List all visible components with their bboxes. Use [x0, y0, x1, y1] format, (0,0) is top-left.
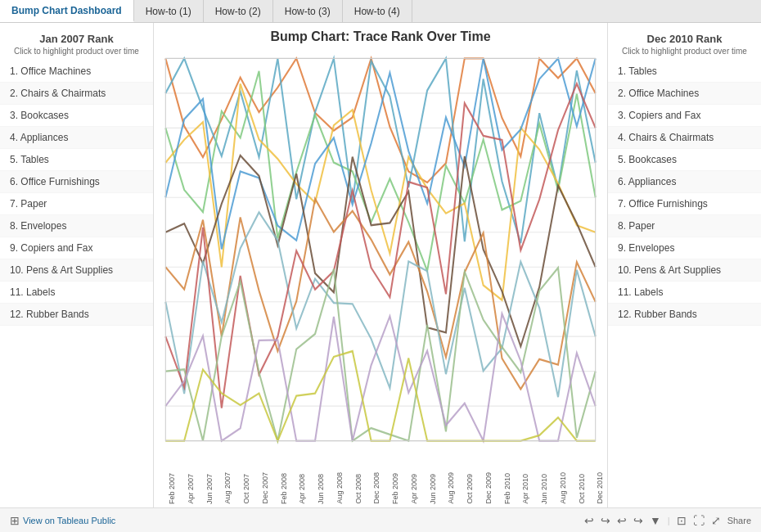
x-label-17: Dec 2009	[474, 472, 493, 504]
x-label-6: Feb 2008	[269, 473, 288, 504]
x-label-12: Feb 2009	[380, 473, 399, 504]
left-rank-item-5[interactable]: 5. Tables	[0, 149, 153, 171]
left-panel-subheader: Click to highlight product over time	[0, 47, 153, 61]
right-rank-item-3[interactable]: 3. Copiers and Fax	[608, 105, 761, 127]
right-panel-header: Dec 2010 Rank	[608, 29, 761, 47]
main-content: Jan 2007 Rank Click to highlight product…	[0, 23, 761, 507]
tableau-link[interactable]: View on Tableau Public	[23, 516, 115, 525]
bottom-right: ↩ ↪ ↩ ↪ ▼ | ⊡ ⛶ ⤢ Share	[584, 514, 751, 527]
x-label-16: Oct 2009	[455, 474, 474, 504]
right-rank-item-2[interactable]: 2. Office Machines	[608, 83, 761, 105]
x-label-1: Apr 2007	[176, 474, 195, 504]
right-rank-item-12[interactable]: 12. Rubber Bands	[608, 304, 761, 326]
tab-howto-4[interactable]: How-to (4)	[343, 0, 412, 22]
x-label-4: Oct 2007	[232, 474, 250, 504]
forward-icon[interactable]: ↪	[633, 514, 643, 527]
fullscreen-icon[interactable]: ⛶	[693, 514, 705, 527]
x-label-0: Feb 2007	[157, 473, 176, 504]
left-rank-item-2[interactable]: 2. Chairs & Chairmats	[0, 83, 153, 105]
left-rank-item-10[interactable]: 10. Pens & Art Supplies	[0, 259, 153, 282]
chart-container	[157, 49, 604, 450]
right-rank-item-6[interactable]: 6. Appliances	[608, 171, 761, 193]
x-label-2: Jun 2007	[195, 474, 214, 504]
left-rank-item-3[interactable]: 3. Bookcases	[0, 105, 153, 127]
right-rank-item-1[interactable]: 1. Tables	[608, 61, 761, 83]
tab-howto-2[interactable]: How-to (2)	[204, 0, 273, 22]
left-rank-item-11[interactable]: 11. Labels	[0, 282, 153, 304]
bottom-bar: ⊞ View on Tableau Public ↩ ↪ ↩ ↪ ▼ | ⊡ ⛶…	[0, 507, 761, 532]
x-label-7: Apr 2008	[287, 474, 306, 504]
view-options-icon[interactable]: ⊡	[677, 514, 687, 527]
right-rank-item-9[interactable]: 9. Envelopes	[608, 237, 761, 259]
left-rank-item-4[interactable]: 4. Appliances	[0, 127, 153, 149]
right-panel-subheader: Click to highlight product over time	[608, 47, 761, 61]
right-rank-item-5[interactable]: 5. Bookcases	[608, 149, 761, 171]
chart-area: Bump Chart: Trace Rank Over Time Feb 200…	[154, 23, 607, 507]
bump-chart-svg	[157, 49, 604, 450]
tab-howto-1[interactable]: How-to (1)	[134, 0, 204, 22]
x-label-9: Aug 2008	[325, 472, 344, 504]
x-label-13: Apr 2009	[399, 474, 418, 504]
x-label-15: Aug 2009	[436, 472, 455, 504]
left-rank-item-8[interactable]: 8. Envelopes	[0, 215, 153, 237]
left-rank-list: 1. Office Machines2. Chairs & Chairmats3…	[0, 61, 153, 326]
tab-bump-chart-dashboard[interactable]: Bump Chart Dashboard	[0, 0, 134, 22]
right-rank-item-7[interactable]: 7. Office Furnishings	[608, 193, 761, 215]
left-panel-header: Jan 2007 Rank	[0, 29, 153, 47]
right-rank-list: 1. Tables2. Office Machines3. Copiers an…	[608, 61, 761, 326]
chart-title: Bump Chart: Trace Rank Over Time	[157, 29, 604, 44]
top-tabs-bar: Bump Chart Dashboard How-to (1) How-to (…	[0, 0, 761, 23]
x-label-23: Dec 2010	[585, 472, 604, 504]
right-rank-item-10[interactable]: 10. Pens & Art Supplies	[608, 259, 761, 282]
left-rank-item-7[interactable]: 7. Paper	[0, 193, 153, 215]
svg-rect-12	[165, 58, 595, 440]
x-label-3: Aug 2007	[213, 472, 232, 504]
x-label-19: Apr 2010	[511, 474, 529, 504]
left-rank-item-1[interactable]: 1. Office Machines	[0, 61, 153, 83]
left-rank-item-6[interactable]: 6. Office Furnishings	[0, 171, 153, 193]
redo-icon[interactable]: ↪	[601, 514, 610, 527]
dropdown-icon[interactable]: ▼	[650, 514, 661, 527]
left-panel: Jan 2007 Rank Click to highlight product…	[0, 23, 154, 507]
x-label-11: Dec 2008	[362, 472, 380, 504]
x-label-20: Jun 2010	[529, 474, 548, 504]
tab-howto-3[interactable]: How-to (3)	[273, 0, 343, 22]
left-rank-item-12[interactable]: 12. Rubber Bands	[0, 304, 153, 326]
share-icon[interactable]: ⤢	[711, 514, 721, 527]
x-label-22: Oct 2010	[567, 474, 586, 504]
x-label-14: Jun 2009	[418, 474, 437, 504]
x-axis-labels: Feb 2007Apr 2007Jun 2007Aug 2007Oct 2007…	[157, 450, 604, 507]
bottom-left: ⊞ View on Tableau Public	[10, 514, 115, 527]
x-label-21: Aug 2010	[548, 472, 567, 504]
right-rank-item-11[interactable]: 11. Labels	[608, 282, 761, 304]
right-rank-item-4[interactable]: 4. Chairs & Chairmats	[608, 127, 761, 149]
right-panel: Dec 2010 Rank Click to highlight product…	[607, 23, 761, 507]
x-label-8: Jun 2008	[306, 474, 325, 504]
back-icon[interactable]: ↩	[617, 514, 627, 527]
x-label-10: Oct 2008	[344, 474, 362, 504]
x-label-5: Dec 2007	[250, 472, 269, 504]
grid-icon: ⊞	[10, 514, 20, 527]
share-label[interactable]: Share	[727, 516, 751, 525]
left-rank-item-9[interactable]: 9. Copiers and Fax	[0, 237, 153, 259]
undo-icon[interactable]: ↩	[584, 514, 594, 527]
x-label-18: Feb 2010	[493, 473, 511, 504]
right-rank-item-8[interactable]: 8. Paper	[608, 215, 761, 237]
